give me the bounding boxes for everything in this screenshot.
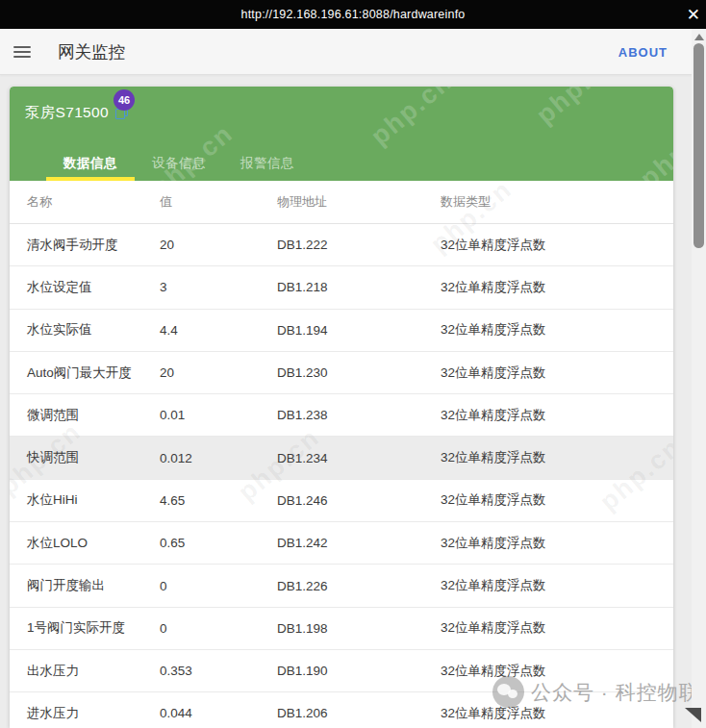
col-header-type: 数据类型 xyxy=(441,193,673,211)
cell-name: 快调范围 xyxy=(27,449,160,466)
device-row: 泵房S71500 xyxy=(25,103,130,123)
device-name: 泵房S71500 xyxy=(25,103,109,123)
table-header: 名称 值 物理地址 数据类型 xyxy=(10,181,673,224)
cell-type: 32位单精度浮点数 xyxy=(441,491,673,509)
cell-address: DB1.234 xyxy=(277,451,441,465)
cell-name: 1号阀门实际开度 xyxy=(27,619,160,637)
scrollbar-thumb[interactable] xyxy=(693,43,704,248)
cell-value: 0 xyxy=(160,579,277,593)
table-row[interactable]: 出水压力0.353DB1.19032位单精度浮点数 xyxy=(10,650,673,692)
table-row[interactable]: 快调范围0.012DB1.23432位单精度浮点数 xyxy=(10,437,673,479)
device-card: 46 泵房S71500 数据信息 设备信息 报警信息 php.cn php.cn… xyxy=(10,87,673,728)
table-body: 清水阀手动开度20DB1.22232位单精度浮点数水位设定值3DB1.21832… xyxy=(10,224,673,728)
tab-label: 报警信息 xyxy=(240,155,294,172)
col-header-name: 名称 xyxy=(27,193,160,211)
tab-label: 设备信息 xyxy=(152,155,206,172)
table-row[interactable]: Auto阀门最大开度20DB1.23032位单精度浮点数 xyxy=(10,352,673,394)
cell-value: 4.65 xyxy=(160,493,277,508)
page-title: 网关监控 xyxy=(58,40,125,63)
cell-address: DB1.222 xyxy=(277,238,441,252)
table-row[interactable]: 水位实际值4.4DB1.19432位单精度浮点数 xyxy=(10,310,673,352)
browser-url: http://192.168.196.61:8088/hardwareinfo xyxy=(241,8,466,21)
browser-url-bar: http://192.168.196.61:8088/hardwareinfo … xyxy=(0,0,706,29)
table-row[interactable]: 微调范围0.01DB1.23832位单精度浮点数 xyxy=(10,394,673,437)
tab-alarm-info[interactable]: 报警信息 xyxy=(223,146,312,181)
table-row[interactable]: 清水阀手动开度20DB1.22232位单精度浮点数 xyxy=(10,224,673,266)
cell-name: 出水压力 xyxy=(27,663,160,680)
app-toolbar: 网关监控 ABOUT xyxy=(0,29,706,75)
cell-address: DB1.230 xyxy=(277,365,441,380)
tab-device-info[interactable]: 设备信息 xyxy=(135,146,223,181)
watermark-brand: php.cn xyxy=(366,87,459,152)
cell-type: 32位单精度浮点数 xyxy=(441,279,673,296)
tab-data-info[interactable]: 数据信息 xyxy=(46,146,135,181)
cell-value: 0.353 xyxy=(160,664,277,678)
col-header-address: 物理地址 xyxy=(277,193,441,211)
table-row[interactable]: 进水压力0.044DB1.20632位单精度浮点数 xyxy=(10,692,673,728)
cell-address: DB1.242 xyxy=(277,536,441,550)
cell-type: 32位单精度浮点数 xyxy=(441,663,673,680)
cell-type: 32位单精度浮点数 xyxy=(441,577,673,594)
active-tab-underline xyxy=(46,177,135,181)
table-row[interactable]: 水位HiHi4.65DB1.24632位单精度浮点数 xyxy=(10,480,673,522)
table-row[interactable]: 阀门开度输出0DB1.22632位单精度浮点数 xyxy=(10,565,673,607)
cell-name: Auto阀门最大开度 xyxy=(27,364,160,382)
cell-type: 32位单精度浮点数 xyxy=(441,364,673,382)
cell-value: 0.044 xyxy=(160,706,277,720)
cell-value: 4.4 xyxy=(160,323,277,338)
cell-name: 清水阀手动开度 xyxy=(27,237,160,254)
corner-arrow-icon xyxy=(685,708,701,722)
close-icon[interactable]: ✕ xyxy=(687,7,700,23)
about-link[interactable]: ABOUT xyxy=(618,44,668,59)
cell-address: DB1.190 xyxy=(277,664,441,678)
cell-value: 20 xyxy=(160,365,277,380)
cell-address: DB1.226 xyxy=(277,579,441,593)
cell-address: DB1.238 xyxy=(277,408,441,422)
cell-type: 32位单精度浮点数 xyxy=(441,321,673,339)
cell-name: 水位HiHi xyxy=(27,491,160,509)
cell-type: 32位单精度浮点数 xyxy=(441,237,673,254)
device-panel-header: 46 泵房S71500 数据信息 设备信息 报警信息 php.cn php.cn… xyxy=(10,87,673,181)
cell-type: 32位单精度浮点数 xyxy=(441,449,673,466)
cell-address: DB1.198 xyxy=(277,621,441,636)
cell-value: 0 xyxy=(160,621,277,636)
menu-icon[interactable] xyxy=(13,43,31,61)
cell-address: DB1.194 xyxy=(277,323,441,338)
cell-name: 微调范围 xyxy=(27,407,160,424)
scroll-up-arrow-icon[interactable] xyxy=(694,34,704,40)
cell-name: 进水压力 xyxy=(27,705,160,722)
cell-value: 0.01 xyxy=(160,408,277,422)
table-row[interactable]: 1号阀门实际开度0DB1.19832位单精度浮点数 xyxy=(10,608,673,650)
cell-value: 0.65 xyxy=(160,536,277,550)
tag-count-badge: 46 xyxy=(113,89,135,111)
cell-value: 20 xyxy=(160,238,277,252)
cell-name: 水位LOLO xyxy=(27,535,160,552)
cell-name: 阀门开度输出 xyxy=(27,577,160,594)
cell-address: DB1.218 xyxy=(277,280,441,294)
tab-label: 数据信息 xyxy=(63,155,117,172)
cell-type: 32位单精度浮点数 xyxy=(441,535,673,552)
cell-value: 0.012 xyxy=(160,451,277,465)
cell-value: 3 xyxy=(160,280,277,294)
table-row[interactable]: 水位设定值3DB1.21832位单精度浮点数 xyxy=(10,266,673,309)
cell-type: 32位单精度浮点数 xyxy=(441,619,673,637)
cell-address: DB1.246 xyxy=(277,493,441,508)
watermark-brand: php.cn xyxy=(531,87,624,131)
cell-name: 水位实际值 xyxy=(27,321,160,339)
cell-type: 32位单精度浮点数 xyxy=(441,705,673,722)
table-row[interactable]: 水位LOLO0.65DB1.24232位单精度浮点数 xyxy=(10,522,673,565)
cell-address: DB1.206 xyxy=(277,706,441,720)
cell-name: 水位设定值 xyxy=(27,279,160,296)
cell-type: 32位单精度浮点数 xyxy=(441,407,673,424)
col-header-value: 值 xyxy=(160,193,277,211)
tab-bar: 数据信息 设备信息 报警信息 xyxy=(46,146,312,181)
vertical-scrollbar[interactable] xyxy=(692,29,706,728)
